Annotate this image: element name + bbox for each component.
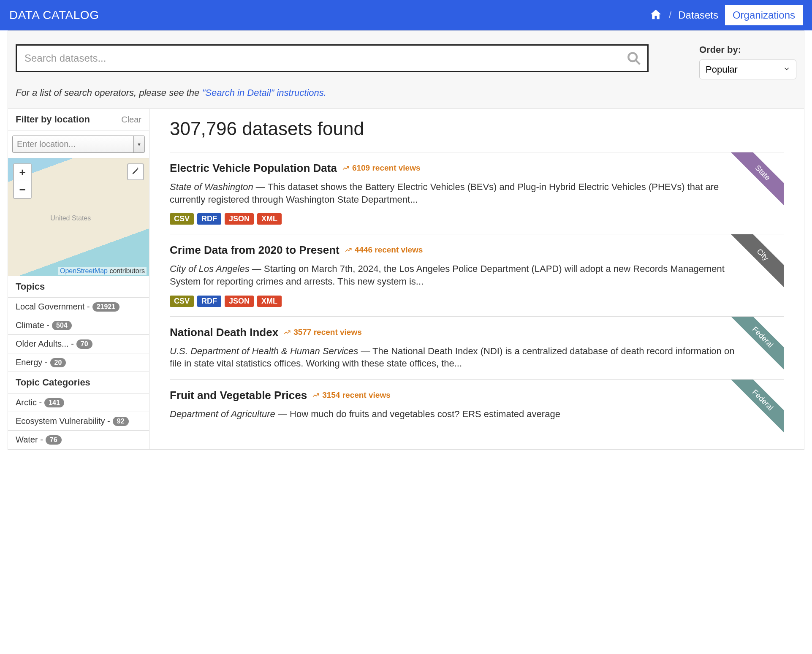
- chart-line-icon: [342, 164, 350, 172]
- dataset-description: City of Los Angeles — Starting on March …: [170, 263, 737, 288]
- home-icon[interactable]: [649, 8, 662, 22]
- content-row: Filter by location Clear ▼ + −: [8, 109, 804, 449]
- topic-category-item[interactable]: Arctic - 141: [8, 393, 149, 412]
- dataset-org: State of Washington: [170, 182, 253, 192]
- dataset-formats: CSVRDFJSONXML: [170, 213, 737, 225]
- facet-count: 141: [44, 398, 64, 407]
- map-draw-button[interactable]: [127, 163, 144, 180]
- dataset-item: Fruit and Vegetable Prices3154 recent vi…: [170, 379, 784, 430]
- location-filter-header: Filter by location Clear: [8, 109, 149, 130]
- osm-link[interactable]: OpenStreetMap: [60, 267, 108, 274]
- format-badge-csv[interactable]: CSV: [170, 213, 194, 225]
- location-dropdown-toggle[interactable]: ▼: [133, 136, 144, 152]
- dataset-org: City of Los Angeles: [170, 263, 250, 274]
- order-by: Order by: Popular: [699, 44, 796, 79]
- results-main: 307,796 datasets found Electric Vehicle …: [149, 109, 804, 449]
- map-zoom-out[interactable]: −: [14, 181, 31, 198]
- dataset-level-ribbon: Federal: [729, 380, 784, 434]
- facet-label: Older Adults... -: [16, 339, 74, 349]
- format-badge-xml[interactable]: XML: [257, 213, 282, 225]
- format-badge-rdf[interactable]: RDF: [197, 296, 221, 307]
- search-section: For a list of search operators, please s…: [8, 31, 804, 109]
- facet-label: Arctic -: [16, 398, 42, 407]
- dataset-level-ribbon: Federal: [729, 317, 784, 372]
- facet-label: Water -: [16, 435, 43, 445]
- location-filter-title: Filter by location: [16, 114, 90, 125]
- search-hint-link[interactable]: "Search in Detail" instructions.: [202, 87, 326, 98]
- location-map[interactable]: + − United States OpenStreetMap contribu…: [8, 158, 149, 276]
- svg-line-1: [635, 60, 640, 64]
- location-input[interactable]: [13, 136, 133, 152]
- search-hint-prefix: For a list of search operators, please s…: [16, 87, 202, 98]
- facet-label: Energy -: [16, 358, 48, 367]
- dataset-level-ribbon: State: [729, 152, 784, 207]
- topic-item[interactable]: Climate - 504: [8, 316, 149, 335]
- search-input[interactable]: [16, 44, 649, 72]
- dataset-description: State of Washington — This dataset shows…: [170, 181, 737, 206]
- order-by-select[interactable]: Popular: [699, 60, 796, 79]
- topics-heading: Topics: [8, 276, 149, 298]
- sidebar: Filter by location Clear ▼ + −: [8, 109, 149, 449]
- format-badge-rdf[interactable]: RDF: [197, 213, 221, 225]
- topic-categories-heading: Topic Categories: [8, 372, 149, 393]
- topic-category-item[interactable]: Ecosystem Vulnerability - 92: [8, 412, 149, 431]
- dataset-views: 3154 recent views: [312, 391, 391, 400]
- dataset-org: Department of Agriculture: [170, 409, 275, 419]
- format-badge-json[interactable]: JSON: [225, 213, 254, 225]
- map-zoom-controls: + −: [13, 163, 32, 199]
- topic-item[interactable]: Older Adults... - 70: [8, 335, 149, 353]
- dataset-title[interactable]: Electric Vehicle Population Data: [170, 162, 337, 174]
- dataset-description: U.S. Department of Health & Human Servic…: [170, 345, 737, 370]
- facet-count: 76: [46, 435, 62, 445]
- dataset-title[interactable]: Fruit and Vegetable Prices: [170, 389, 307, 402]
- nav-organizations[interactable]: Organizations: [725, 5, 803, 25]
- dataset-item: Electric Vehicle Population Data6109 rec…: [170, 152, 784, 234]
- dataset-org: U.S. Department of Health & Human Servic…: [170, 346, 358, 356]
- topic-category-item[interactable]: Water - 76: [8, 431, 149, 449]
- format-badge-json[interactable]: JSON: [225, 296, 254, 307]
- ribbon-label: City: [729, 234, 784, 289]
- facet-count: 21921: [92, 302, 120, 312]
- dataset-title[interactable]: National Death Index: [170, 326, 278, 339]
- format-badge-xml[interactable]: XML: [257, 296, 282, 307]
- order-by-label: Order by:: [699, 44, 796, 55]
- chart-line-icon: [283, 328, 291, 336]
- main-container: For a list of search operators, please s…: [8, 30, 804, 450]
- map-attribution: OpenStreetMap contributors: [58, 267, 147, 275]
- facet-count: 70: [76, 339, 92, 349]
- chart-line-icon: [345, 246, 352, 254]
- header-nav: / Datasets Organizations: [649, 5, 803, 25]
- nav-separator: /: [669, 10, 671, 21]
- facet-label: Climate -: [16, 320, 49, 330]
- topic-categories-list: Arctic - 141Ecosystem Vulnerability - 92…: [8, 393, 149, 449]
- dataset-description: Department of Agriculture — How much do …: [170, 408, 737, 421]
- result-count: 307,796 datasets found: [170, 118, 784, 139]
- svg-point-0: [628, 53, 637, 61]
- dataset-item: Crime Data from 2020 to Present4446 rece…: [170, 234, 784, 316]
- facet-count: 504: [52, 321, 72, 330]
- dataset-views: 4446 recent views: [345, 245, 423, 255]
- dataset-item: National Death Index3577 recent viewsU.S…: [170, 316, 784, 379]
- facet-label: Ecosystem Vulnerability -: [16, 416, 110, 426]
- nav-datasets[interactable]: Datasets: [678, 9, 718, 21]
- osm-suffix: contributors: [108, 267, 145, 274]
- format-badge-csv[interactable]: CSV: [170, 296, 194, 307]
- topics-list: Local Government - 21921Climate - 504Old…: [8, 298, 149, 372]
- search-hint: For a list of search operators, please s…: [16, 87, 649, 98]
- ribbon-label: Federal: [729, 380, 784, 434]
- dataset-level-ribbon: City: [729, 234, 784, 289]
- dataset-title[interactable]: Crime Data from 2020 to Present: [170, 244, 339, 256]
- location-filter-clear[interactable]: Clear: [121, 115, 141, 125]
- facet-count: 20: [50, 358, 66, 367]
- chart-line-icon: [312, 391, 320, 399]
- facet-label: Local Government -: [16, 302, 90, 312]
- map-zoom-in[interactable]: +: [14, 164, 31, 181]
- facet-count: 92: [113, 417, 129, 426]
- site-title[interactable]: DATA CATALOG: [9, 8, 99, 22]
- ribbon-label: Federal: [729, 317, 784, 372]
- ribbon-label: State: [729, 152, 784, 207]
- topic-item[interactable]: Energy - 20: [8, 353, 149, 372]
- dataset-views: 3577 recent views: [283, 328, 362, 337]
- topic-item[interactable]: Local Government - 21921: [8, 298, 149, 316]
- search-box: [16, 44, 649, 72]
